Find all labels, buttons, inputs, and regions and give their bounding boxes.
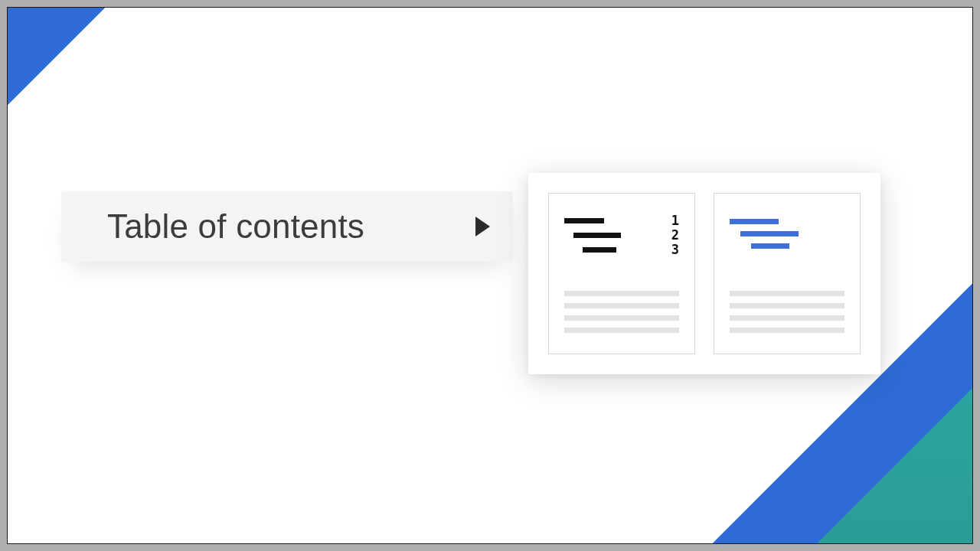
decorative-ribbon-top-left — [7, 7, 105, 105]
toc-style-option-links[interactable] — [714, 193, 861, 354]
toc-style-flyout: 1 2 3 — [528, 173, 880, 374]
menu-item-table-of-contents[interactable]: Table of contents — [61, 191, 513, 262]
toc-preview-numbered: 1 2 3 — [564, 212, 679, 258]
canvas: Table of contents 1 2 3 — [7, 7, 973, 544]
submenu-arrow-icon — [475, 217, 490, 236]
doc-body-placeholder — [730, 270, 844, 340]
doc-body-placeholder — [564, 270, 679, 340]
toc-preview-links — [730, 212, 844, 256]
toc-style-option-numbered[interactable]: 1 2 3 — [548, 193, 695, 354]
toc-number-2: 2 — [671, 229, 679, 242]
toc-number-1: 1 — [671, 214, 679, 227]
menu-item-label: Table of contents — [107, 207, 475, 246]
toc-number-3: 3 — [671, 243, 679, 256]
